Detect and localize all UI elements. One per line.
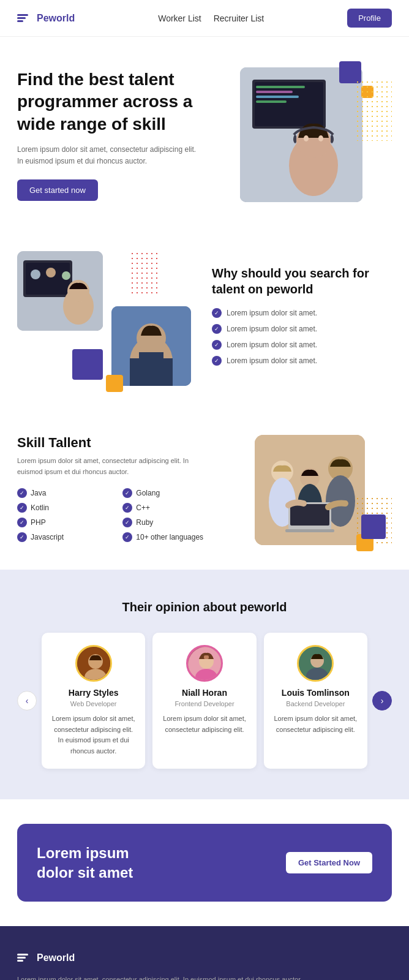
skill-java: ✓ Java (17, 488, 108, 498)
footer: Peworld Lorem ipsum dolor sit amet, cons… (0, 926, 409, 980)
testimonials-wrapper: ‹ Harry Styles Web Developer Lorem ipsum… (17, 633, 392, 769)
testimonial-name-3: Louis Tomlinson (274, 688, 358, 698)
svg-rect-5 (256, 96, 299, 98)
why-list: ✓ Lorem ipsum dolor sit amet. ✓ Lorem ip… (212, 308, 392, 366)
svg-point-16 (62, 271, 70, 280)
hero-deco-dots (355, 80, 392, 141)
svg-rect-6 (256, 100, 287, 103)
why-point-1: ✓ Lorem ipsum dolor sit amet. (212, 308, 392, 318)
skill-check-java: ✓ (17, 488, 27, 498)
why-point-2: ✓ Lorem ipsum dolor sit amet. (212, 324, 392, 334)
svg-rect-39 (204, 655, 209, 659)
skill-check-cpp: ✓ (122, 503, 132, 513)
testimonial-card-3: Louis Tomlinson Backend Developer Lorem … (264, 633, 367, 769)
testimonial-text-1: Lorem ipsum dolor sit amet, consectetur … (51, 714, 135, 756)
brand-logo[interactable]: Peworld (17, 11, 75, 26)
why-section: Why should you search for talent on pewo… (0, 227, 409, 410)
why-deco-purple (72, 349, 103, 380)
testimonials-cards: Harry Styles Web Developer Lorem ipsum d… (42, 633, 367, 769)
skill-check-javascript: ✓ (17, 532, 27, 542)
skill-cpp: ✓ C++ (122, 503, 213, 513)
why-point-3: ✓ Lorem ipsum dolor sit amet. (212, 340, 392, 350)
skill-ruby: ✓ Ruby (122, 518, 213, 527)
why-heading: Why should you search for talent on pewo… (212, 265, 392, 297)
svg-rect-22 (130, 358, 173, 386)
testimonial-role-3: Backend Developer (274, 700, 358, 707)
hero-cta-button[interactable]: Get started now (17, 179, 98, 201)
skill-other: ✓ 10+ other languages (122, 532, 213, 542)
avatar-niall (186, 645, 223, 682)
check-icon-1: ✓ (212, 308, 222, 318)
cta-banner: Lorem ipsum dolor sit amet Get Started N… (17, 824, 392, 901)
testimonial-text-2: Lorem ipsum dolor sit amet, consectetur … (162, 714, 246, 735)
skill-kotlin: ✓ Kotlin (17, 503, 108, 513)
testimonial-text-3: Lorem ipsum dolor sit amet, consectetur … (274, 714, 358, 735)
svg-point-14 (31, 270, 40, 279)
testimonial-card-2: Niall Horan Frontend Developer Lorem ips… (152, 633, 256, 769)
testimonials-heading: Their opinion about peworld (17, 600, 392, 614)
testimonials-section: Their opinion about peworld ‹ Harry Styl… (0, 570, 409, 799)
carousel-prev-button[interactable]: ‹ (17, 691, 37, 710)
skill-image (255, 435, 365, 545)
hero-description: Lorem ipsum dolor sit amet, consectetur … (17, 144, 198, 167)
why-text: Why should you search for talent on pewo… (212, 265, 392, 372)
testimonial-card-1: Harry Styles Web Developer Lorem ipsum d… (42, 633, 145, 769)
skill-deco-purple (361, 514, 386, 539)
check-icon-3: ✓ (212, 340, 222, 350)
brand-name: Peworld (37, 13, 75, 24)
cta-heading: Lorem ipsum dolor sit amet (37, 843, 133, 881)
why-image-2 (111, 306, 191, 386)
skill-javascript: ✓ Javascript (17, 532, 108, 542)
skill-check-golang: ✓ (122, 488, 132, 498)
testimonial-name-2: Niall Horan (162, 688, 246, 698)
skill-check-ruby: ✓ (122, 518, 132, 527)
avatar-louis (297, 645, 334, 682)
svg-rect-23 (139, 352, 163, 358)
check-icon-2: ✓ (212, 324, 222, 334)
skill-golang: ✓ Golang (122, 488, 213, 498)
logo-icon (17, 11, 32, 26)
svg-rect-32 (290, 504, 329, 526)
skill-text: Skill Tallent Lorem ipsum dolor sit amet… (17, 435, 214, 542)
testimonial-role-2: Frontend Developer (162, 700, 246, 707)
svg-point-15 (46, 268, 56, 277)
avatar-harry (75, 645, 112, 682)
why-point-4: ✓ Lorem ipsum dolor sit amet. (212, 356, 392, 366)
skill-check-other: ✓ (122, 532, 132, 542)
nav-recruiter-list[interactable]: Recruiter List (214, 13, 264, 23)
profile-button[interactable]: Profile (347, 9, 392, 28)
hero-image-wrap (211, 67, 392, 202)
svg-point-10 (318, 135, 323, 141)
nav-worker-list[interactable]: Worker List (158, 13, 201, 23)
skill-heading: Skill Tallent (17, 435, 214, 451)
testimonial-name-1: Harry Styles (51, 688, 135, 698)
svg-rect-33 (285, 529, 334, 532)
footer-description: Lorem ipsum dolor sit amet, consectetur … (17, 974, 392, 980)
footer-logo: Peworld (17, 951, 392, 965)
svg-rect-3 (256, 86, 305, 88)
hero-section: Find the best talent programmer across a… (0, 37, 409, 227)
skill-description: Lorem ipsum dolor sit amet, consectetur … (17, 456, 214, 477)
svg-rect-2 (255, 82, 323, 126)
check-icon-4: ✓ (212, 356, 222, 366)
footer-logo-icon (17, 951, 32, 965)
hero-text: Find the best talent programmer across a… (17, 69, 198, 202)
why-deco-orange (106, 375, 123, 392)
navbar: Peworld Worker List Recruiter List Profi… (0, 0, 409, 37)
skill-php: ✓ PHP (17, 518, 108, 527)
footer-brand-name: Peworld (37, 952, 75, 963)
cta-button[interactable]: Get Started Now (286, 852, 372, 873)
nav-links: Worker List Recruiter List (158, 13, 264, 23)
svg-rect-4 (256, 91, 293, 93)
carousel-next-button[interactable]: › (372, 691, 392, 710)
hero-image (240, 67, 362, 202)
why-deco-dots (130, 251, 160, 294)
skill-check-kotlin: ✓ (17, 503, 27, 513)
skill-image-wrap (228, 435, 392, 545)
testimonial-role-1: Web Developer (51, 700, 135, 707)
skill-check-php: ✓ (17, 518, 27, 527)
skill-section: Skill Tallent Lorem ipsum dolor sit amet… (0, 410, 409, 570)
skill-grid: ✓ Java ✓ Golang ✓ Kotlin ✓ C++ ✓ PHP ✓ R… (17, 488, 214, 542)
why-image-1 (17, 251, 103, 331)
hero-heading: Find the best talent programmer across a… (17, 69, 198, 135)
